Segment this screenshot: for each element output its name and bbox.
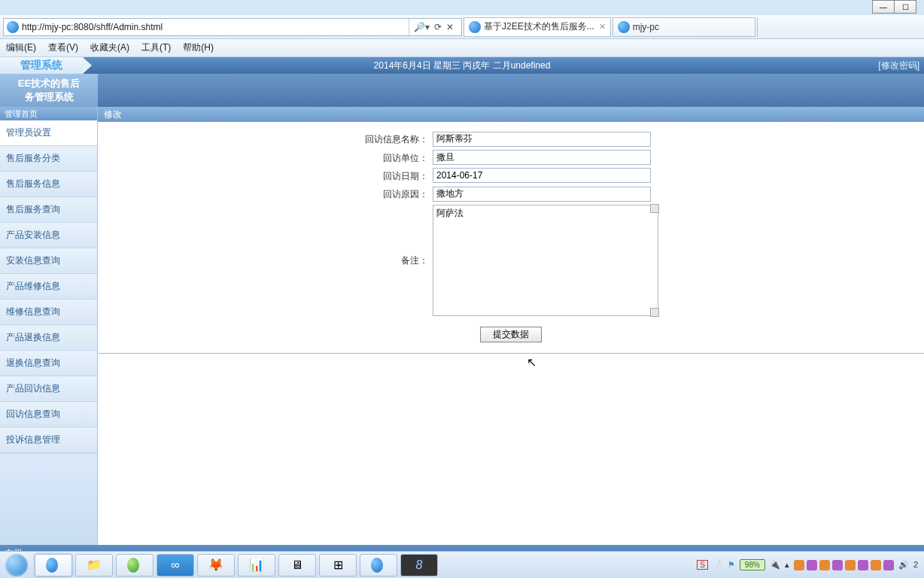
minimize-button[interactable]: — [872,0,895,14]
address-bar[interactable]: 🔎▾ ⟳ ✕ [3,18,462,36]
sidebar: 管理首页 管理员设置 售后服务分类 售后服务信息 售后服务查询 产品安装信息 安… [0,107,98,545]
sidebar-item-repair-query[interactable]: 维修信息查询 [0,300,97,325]
edit-form: 回访信息名称 回访单位 回访日期 回访原因 备注 阿萨法 [98,122,924,354]
refresh-icon[interactable]: ⟳ [434,22,442,32]
sidebar-item-repair-info[interactable]: 产品维修信息 [0,274,97,300]
change-password-link[interactable]: [修改密码] [878,59,919,72]
system-title-l1: EE技术的售后 [18,77,80,90]
ie-icon [469,21,481,33]
sidebar-item-visit-info[interactable]: 产品回访信息 [0,376,97,402]
input-name[interactable] [433,132,651,147]
resize-handle-icon[interactable] [650,308,659,317]
submit-button[interactable]: 提交数据 [480,327,542,342]
textarea-remark[interactable]: 阿萨法 [433,205,658,316]
new-tab-button[interactable] [757,17,774,37]
logo: 管理系统 [0,57,83,74]
input-reason[interactable] [433,187,651,202]
sidebar-item-service-query[interactable]: 售后服务查询 [0,197,97,223]
taskbar-ie[interactable] [35,554,72,576]
tray-up-icon[interactable]: ▴ [785,560,789,570]
tab-secondary[interactable]: mjy-pc [612,17,755,37]
menu-help[interactable]: 帮助(H) [177,41,220,54]
sidebar-item-install-info[interactable]: 产品安装信息 [0,223,97,248]
power-icon[interactable]: 🔌 [770,560,780,570]
taskbar: 📁 ∞ 🦊 📊 🖥 ⊞ 8 S ❔ ⚑ 98% 🔌 ▴ 🔊 2 [0,551,924,578]
taskbar-app[interactable]: 📊 [238,554,275,576]
label-date: 回访日期 [98,168,433,183]
system-tray: S ❔ ⚑ 98% 🔌 ▴ 🔊 2 [697,559,924,570]
content-title: 修改 [98,107,924,122]
label-unit: 回访单位 [98,150,433,165]
label-remark: 备注 [98,205,433,267]
tab-label: mjy-pc [633,22,659,32]
ie-icon [618,21,630,33]
input-unit[interactable] [433,150,651,165]
search-dropdown-icon[interactable]: 🔎▾ [414,22,430,32]
battery-indicator[interactable]: 98% [740,559,765,570]
tray-flag-icon[interactable]: ⚑ [728,560,735,570]
url-tools: 🔎▾ ⟳ ✕ [409,19,458,35]
window-controls: — ☐ [873,0,916,14]
menu-favorites[interactable]: 收藏夹(A) [84,41,135,54]
taskbar-slash[interactable]: 8 [400,554,438,576]
volume-icon[interactable]: 🔊 [898,560,909,570]
taskbar-explorer[interactable]: 📁 [75,554,113,576]
tray-app-icons[interactable] [794,560,894,570]
taskbar-ie3[interactable] [360,554,397,576]
app-header: 管理系统 2014年6月4日 星期三 丙戌年 二月undefined [修改密码… [0,57,924,74]
system-title: EE技术的售后 务管理系统 [0,74,98,107]
menu-edit[interactable]: 编辑(E) [0,41,42,54]
sidebar-fill [0,453,97,545]
taskbar-firefox[interactable]: 🦊 [197,554,235,576]
sidebar-home[interactable]: 管理首页 [0,107,97,120]
tray-help-icon[interactable]: ❔ [713,560,723,570]
taskbar-ie2[interactable] [116,554,153,576]
content: 修改 回访信息名称 回访单位 回访日期 回访原因 备注 阿萨法 [98,107,924,545]
input-date[interactable] [433,168,651,183]
sidebar-item-visit-query[interactable]: 回访信息查询 [0,402,97,427]
cursor-icon: ↖ [527,355,536,370]
sidebar-item-service-info[interactable]: 售后服务信息 [0,172,97,197]
sidebar-item-return-info[interactable]: 产品退换信息 [0,325,97,351]
tab-main[interactable]: 基于J2EE技术的售后服务... ✕ [464,17,611,37]
logo-text: 管理系统 [0,57,83,74]
taskbar-cloud[interactable]: ∞ [157,554,194,576]
sidebar-item-category[interactable]: 售后服务分类 [0,146,97,172]
close-icon[interactable]: ✕ [599,22,606,32]
start-button[interactable] [0,552,33,579]
menu-bar: 编辑(E) 查看(V) 收藏夹(A) 工具(T) 帮助(H) [0,39,924,57]
tab-label: 基于J2EE技术的售后服务... [484,20,594,33]
system-title-l2: 务管理系统 [25,90,74,104]
url-input[interactable] [22,22,406,32]
ie-icon [7,21,19,33]
main-area: 管理首页 管理员设置 售后服务分类 售后服务信息 售后服务查询 产品安装信息 安… [0,107,924,545]
sub-header: EE技术的售后 务管理系统 [0,74,924,107]
sidebar-item-complaint[interactable]: 投诉信息管理 [0,427,97,453]
tray-clock[interactable]: 2 [913,560,918,569]
taskbar-monitor[interactable]: 🖥 [278,554,316,576]
menu-tools[interactable]: 工具(T) [135,41,177,54]
stop-icon[interactable]: ✕ [446,22,454,32]
sidebar-item-return-query[interactable]: 退换信息查询 [0,351,97,376]
header-date: 2014年6月4日 星期三 丙戌年 二月undefined [374,59,551,72]
menu-view[interactable]: 查看(V) [42,41,84,54]
sidebar-item-install-query[interactable]: 安装信息查询 [0,248,97,274]
taskbar-windows[interactable]: ⊞ [319,554,357,576]
sidebar-item-admin[interactable]: 管理员设置 [0,120,97,146]
ime-icon[interactable]: S [697,560,708,570]
browser-chrome: 🔎▾ ⟳ ✕ 基于J2EE技术的售后服务... ✕ mjy-pc [0,15,924,39]
label-reason: 回访原因 [98,186,433,201]
label-name: 回访信息名称 [98,131,433,146]
resize-handle-icon[interactable] [650,204,659,213]
maximize-button[interactable]: ☐ [894,0,916,14]
